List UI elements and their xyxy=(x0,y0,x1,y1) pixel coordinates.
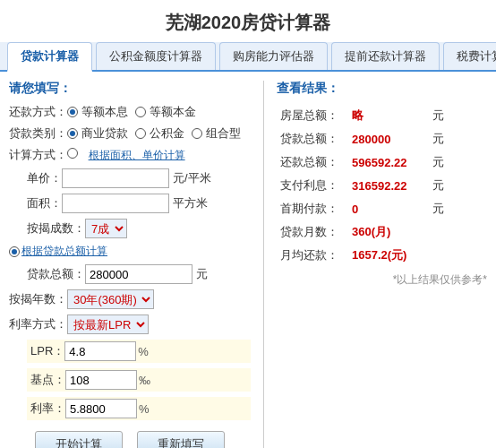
commercial-dot xyxy=(67,128,78,139)
result-row-label: 房屋总额： xyxy=(277,104,348,127)
result-row-unit: 元 xyxy=(429,151,487,174)
result-row: 支付利息： 316592.22 元 xyxy=(277,174,487,197)
calc-button[interactable]: 开始计算 xyxy=(35,431,123,448)
calc-method-label: 计算方式： xyxy=(9,147,67,163)
result-row-value: 略 xyxy=(348,104,429,127)
result-row: 首期付款： 0 元 xyxy=(277,197,487,220)
unit-price-row: 单价： 元/平米 xyxy=(27,168,251,188)
result-row-label: 首期付款： xyxy=(277,197,348,220)
loan-amount-row: 贷款总额： 元 xyxy=(27,264,251,284)
area-unit: 平方米 xyxy=(173,195,208,211)
lpr-label: LPR： xyxy=(30,343,64,359)
result-row-unit: 元 xyxy=(429,174,487,197)
unit-price-input[interactable] xyxy=(62,168,169,188)
button-row: 开始计算 重新填写 xyxy=(9,431,251,448)
area-label: 面积： xyxy=(27,195,62,211)
years-label: 按揭年数： xyxy=(9,291,67,307)
left-panel: 请您填写： 还款方式： 等额本息 等额本金 贷款类别： xyxy=(9,81,251,448)
loan-type-fund[interactable]: 公积金 xyxy=(135,125,184,142)
unit-price-unit: 元/平米 xyxy=(173,170,211,186)
repay-method-label: 还款方式： xyxy=(9,104,67,120)
form-section-title: 请您填写： xyxy=(9,81,251,97)
ratio-row: 按揭成数： 7成 6成 8成 xyxy=(27,219,251,238)
result-section-title: 查看结果： xyxy=(277,81,487,97)
loan-type-combined[interactable]: 组合型 xyxy=(192,125,241,142)
rate-method-row: 利率方式： 按最新LPR 按基准利率 手动输入 xyxy=(9,314,251,334)
rate-unit: % xyxy=(139,402,150,416)
basis-unit: ‰ xyxy=(139,374,150,387)
ratio-label: 按揭成数： xyxy=(27,220,85,237)
basis-row: 基点： ‰ xyxy=(27,368,251,392)
unit-price-label: 单价： xyxy=(27,170,62,186)
combined-dot xyxy=(192,128,202,139)
calc-by-amount-row: 根据贷款总额计算 xyxy=(9,244,251,259)
rate-row: 利率： % xyxy=(27,397,251,420)
ratio-select[interactable]: 7成 6成 8成 xyxy=(85,219,127,238)
result-row-value: 316592.22 xyxy=(348,174,429,197)
result-row-unit: 元 xyxy=(429,197,487,220)
tab-loan[interactable]: 贷款计算器 xyxy=(7,42,92,72)
years-row: 按揭年数： 30年(360期) 10年(120期) 15年(180期) 20年(… xyxy=(9,289,251,309)
result-row-label: 月均还款： xyxy=(277,244,348,267)
fund-dot xyxy=(135,128,146,139)
vertical-divider xyxy=(263,81,264,448)
loan-type-label: 贷款类别： xyxy=(9,125,67,142)
rate-method-label: 利率方式： xyxy=(9,316,67,332)
lpr-row: LPR： % xyxy=(27,340,251,363)
result-row-value: 280000 xyxy=(348,127,429,151)
tab-bar: 贷款计算器 公积金额度计算器 购房能力评估器 提前还款计算器 税费计算器 xyxy=(0,42,496,72)
result-row-label: 支付利息： xyxy=(277,174,348,197)
tab-early[interactable]: 提前还款计算器 xyxy=(331,42,440,70)
result-row-value: 1657.2(元) xyxy=(348,244,429,267)
area-input[interactable] xyxy=(62,194,169,213)
result-row: 月均还款： 1657.2(元) xyxy=(277,244,487,267)
result-row-label: 贷款总额： xyxy=(277,127,348,151)
result-row-unit xyxy=(429,244,487,267)
repay-equal-principal[interactable]: 等额本金 xyxy=(135,104,196,120)
result-table: 房屋总额： 略 元 贷款总额： 280000 元 还款总额： 596592.22… xyxy=(277,104,487,267)
result-note: *以上结果仅供参考* xyxy=(277,272,487,288)
loan-amount-unit: 元 xyxy=(196,266,208,282)
calc-method-row: 计算方式： 根据面积、单价计算 xyxy=(9,147,251,163)
area-row: 面积： 平方米 xyxy=(27,194,251,213)
result-row: 还款总额： 596592.22 元 xyxy=(277,151,487,174)
repay-equal-interest[interactable]: 等额本息 xyxy=(67,104,128,120)
years-select[interactable]: 30年(360期) 10年(120期) 15年(180期) 20年(240期) … xyxy=(67,289,154,309)
tab-fund[interactable]: 公积金额度计算器 xyxy=(96,42,216,70)
result-row-value: 0 xyxy=(348,197,429,220)
loan-amount-label: 贷款总额： xyxy=(27,266,85,282)
basis-label: 基点： xyxy=(30,372,65,388)
calc-by-amount-label[interactable]: 根据贷款总额计算 xyxy=(21,244,107,259)
loan-amount-input[interactable] xyxy=(85,264,192,284)
calc-by-area-dot xyxy=(67,148,78,159)
repay-method-row: 还款方式： 等额本息 等额本金 xyxy=(9,104,251,120)
lpr-unit: % xyxy=(138,345,149,358)
lpr-input[interactable] xyxy=(64,341,136,361)
result-row-unit xyxy=(429,220,487,244)
tab-capacity[interactable]: 购房能力评估器 xyxy=(219,42,328,70)
reset-button[interactable]: 重新填写 xyxy=(137,431,225,448)
rate-label: 利率： xyxy=(30,401,65,417)
result-row: 贷款总额： 280000 元 xyxy=(277,127,487,151)
repay-equal-principal-dot xyxy=(135,107,146,117)
result-row-unit: 元 xyxy=(429,127,487,151)
basis-input[interactable] xyxy=(65,370,137,390)
result-row-label: 贷款月数： xyxy=(277,220,348,244)
repay-equal-interest-dot xyxy=(67,107,78,117)
result-row: 房屋总额： 略 元 xyxy=(277,104,487,127)
loan-type-commercial[interactable]: 商业贷款 xyxy=(67,125,128,142)
calc-by-amount[interactable]: 根据贷款总额计算 xyxy=(9,244,107,259)
calc-by-area-label[interactable]: 根据面积、单价计算 xyxy=(89,149,185,161)
rate-method-select[interactable]: 按最新LPR 按基准利率 手动输入 xyxy=(67,314,149,334)
calc-by-area[interactable]: 根据面积、单价计算 xyxy=(67,148,185,163)
right-panel: 查看结果： 房屋总额： 略 元 贷款总额： 280000 元 还款总额： 596… xyxy=(277,81,487,448)
loan-type-row: 贷款类别： 商业贷款 公积金 组合型 xyxy=(9,125,251,142)
page-title: 芜湖2020房贷计算器 xyxy=(0,0,496,42)
result-row-unit: 元 xyxy=(429,104,487,127)
tab-tax[interactable]: 税费计算器 xyxy=(443,42,496,70)
result-row-value: 596592.22 xyxy=(348,151,429,174)
rate-input[interactable] xyxy=(65,399,137,418)
result-row-value: 360(月) xyxy=(348,220,429,244)
calc-by-amount-dot xyxy=(9,246,20,257)
repay-method-group: 等额本息 等额本金 xyxy=(67,104,196,120)
